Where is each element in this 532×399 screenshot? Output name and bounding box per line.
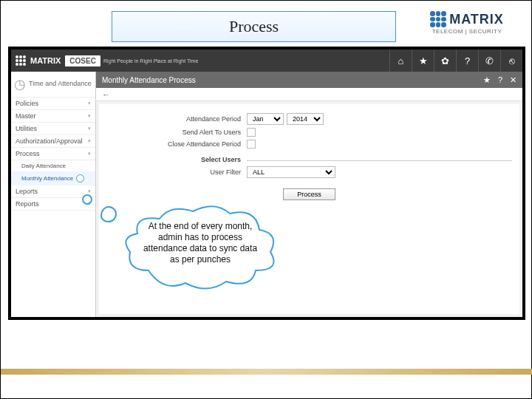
slide: Process MATRIX TELECOM | SECURITY MATRIX… <box>0 0 532 399</box>
star-icon[interactable]: ★ <box>412 50 434 72</box>
month-select[interactable]: Jan <box>247 113 284 125</box>
sidebar-item-label: Process <box>16 150 40 157</box>
brand-name: MATRIX <box>449 12 504 27</box>
pointer-bubble-icon <box>76 174 84 183</box>
send-alert-checkbox[interactable] <box>247 128 256 137</box>
annotation-cloud: At the end of every month, admin has to … <box>119 200 282 296</box>
sidebar-item-label: Monthly Attendance <box>21 175 73 182</box>
chevron-down-icon: ▾ <box>88 151 91 157</box>
app-tagline: Right People in Right Place at Right Tim… <box>103 58 198 64</box>
logout-icon[interactable]: ⎋ <box>500 50 522 72</box>
close-icon[interactable]: ✕ <box>510 75 516 85</box>
sidebar-module[interactable]: ◷ Time and Attendance <box>11 72 95 98</box>
sidebar-item-label: Reports <box>16 200 39 208</box>
app-header: MATRIX COSEC Right People in Right Place… <box>11 50 522 72</box>
sidebar-item-master[interactable]: Master▾ <box>11 110 95 123</box>
bottom-decor-stripe <box>1 369 532 375</box>
brand-logo: MATRIX TELECOM | SECURITY <box>412 11 522 41</box>
divider <box>247 160 512 161</box>
star-icon[interactable]: ★ <box>483 75 491 85</box>
app-name: MATRIX <box>30 56 61 65</box>
content-title-bar: Monthly Attendance Process ★ ? ✕ <box>96 72 522 88</box>
brand-dots-icon <box>16 55 26 66</box>
phone-icon[interactable]: ✆ <box>478 50 500 72</box>
close-period-label: Close Attendance Period <box>106 140 247 148</box>
sidebar-item-label: Master <box>16 112 36 120</box>
sidebar-item-policies[interactable]: Policies▾ <box>11 98 95 110</box>
gear-icon[interactable]: ✿ <box>434 50 456 72</box>
sidebar-item-label: Leports <box>16 188 38 195</box>
help-icon[interactable]: ? <box>456 50 478 72</box>
back-bar[interactable]: ← <box>96 88 522 101</box>
select-users-section: Select Users <box>106 156 247 163</box>
user-filter-select[interactable]: ALL <box>247 166 335 178</box>
annotation-text: At the end of every month, admin has to … <box>141 221 259 265</box>
chevron-down-icon: ▾ <box>88 100 91 106</box>
process-button[interactable]: Process <box>283 188 335 200</box>
help-icon[interactable]: ? <box>498 75 502 85</box>
annotation-bubble-medium <box>100 206 117 222</box>
clock-icon: ◷ <box>14 76 26 92</box>
chevron-down-icon: ▾ <box>88 126 91 132</box>
sidebar-item-process[interactable]: Process▾ <box>11 148 95 160</box>
brand-subtitle: TELECOM | SECURITY <box>432 28 502 35</box>
sidebar-item-label: Daily Attendance <box>21 163 66 169</box>
annotation-bubble-small <box>82 194 92 205</box>
attendance-period-label: Attendance Period <box>106 115 247 123</box>
sidebar-item-utilities[interactable]: Utilities▾ <box>11 123 95 135</box>
app-product: COSEC <box>65 55 100 66</box>
user-filter-label: User Filter <box>106 168 247 176</box>
sidebar-item-label: Policies <box>16 100 38 107</box>
content-title: Monthly Attendance Process <box>102 76 196 84</box>
year-select[interactable]: 2014 <box>287 113 324 125</box>
sidebar-sub-daily[interactable]: Daily Attendance <box>11 160 95 172</box>
app-logo: MATRIX <box>16 55 61 66</box>
chevron-down-icon: ▾ <box>88 138 91 144</box>
chevron-down-icon: ▾ <box>88 113 91 119</box>
sidebar-item-authorization[interactable]: Authorization/Approval▾ <box>11 135 95 148</box>
module-title: Time and Attendance <box>29 81 92 88</box>
close-period-checkbox[interactable] <box>247 140 256 149</box>
sidebar-sub-monthly[interactable]: Monthly Attendance <box>11 172 95 185</box>
brand-dots-icon <box>430 11 446 27</box>
sidebar: ◷ Time and Attendance Policies▾ Master▾ … <box>11 72 96 317</box>
sidebar-item-label: Authorization/Approval <box>16 137 83 145</box>
slide-title: Process <box>112 11 396 42</box>
chevron-down-icon: ▾ <box>88 188 91 194</box>
home-icon[interactable]: ⌂ <box>389 50 412 72</box>
sidebar-item-label: Utilities <box>16 125 37 132</box>
send-alert-label: Send Alert To Users <box>106 129 247 136</box>
